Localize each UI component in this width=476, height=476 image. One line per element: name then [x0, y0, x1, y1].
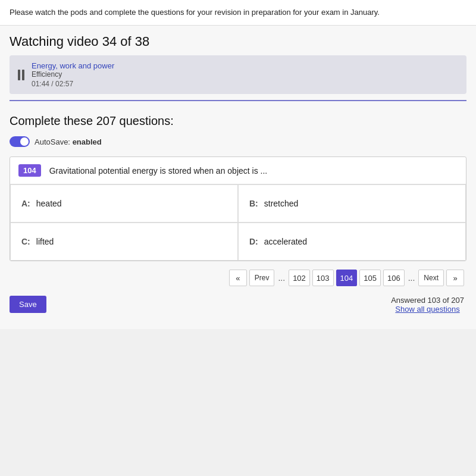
pagination-row: « Prev ... 102 103 104 105 106 ... Next … — [10, 270, 466, 286]
page-104-button[interactable]: 104 — [336, 270, 358, 286]
answer-c-text: lifted — [36, 237, 54, 246]
video-info: Energy, work and power Efficiency 01:44 … — [32, 61, 114, 88]
pause-bar-left — [18, 70, 20, 80]
page-105-button[interactable]: 105 — [359, 270, 381, 286]
question-header: 104 Gravitational potential energy is st… — [10, 157, 466, 184]
autosave-toggle[interactable] — [10, 136, 30, 147]
questions-section: Complete these 207 questions: AutoSave: … — [0, 105, 476, 329]
section-divider — [10, 100, 466, 101]
ellipsis-left: ... — [277, 273, 286, 283]
answered-count: Answered 103 of 207 — [391, 296, 464, 305]
instruction-text: Please watch the pods and complete the q… — [10, 8, 380, 17]
questions-title: Complete these 207 questions: — [10, 114, 466, 128]
video-time: 01:44 / 02:57 — [32, 80, 114, 88]
next-page-button[interactable]: Next — [418, 270, 444, 286]
answers-grid: A: heated B: stretched C: lifted D: acce… — [10, 184, 466, 261]
video-subtitle: Efficiency — [32, 70, 114, 79]
bottom-row: Save Answered 103 of 207 Show all questi… — [10, 291, 466, 323]
page-103-button[interactable]: 103 — [312, 270, 334, 286]
show-all-link[interactable]: Show all questions — [395, 305, 459, 314]
autosave-row: AutoSave: enabled — [10, 136, 466, 147]
first-page-button[interactable]: « — [229, 270, 247, 286]
answer-b-text: stretched — [264, 199, 299, 208]
page-wrapper: Please watch the pods and complete the q… — [0, 0, 476, 476]
prev-page-button[interactable]: Prev — [249, 270, 275, 286]
video-topic: Energy, work and power — [32, 61, 114, 70]
page-106-button[interactable]: 106 — [383, 270, 405, 286]
answer-a[interactable]: A: heated — [10, 184, 238, 223]
answer-a-letter: A: — [21, 199, 30, 208]
autosave-status: enabled — [73, 137, 102, 146]
last-page-button[interactable]: » — [446, 270, 464, 286]
watching-section: Watching video 34 of 38 Energy, work and… — [0, 26, 476, 105]
answer-c[interactable]: C: lifted — [10, 223, 238, 261]
answer-c-letter: C: — [21, 237, 30, 246]
question-text: Gravitational potential energy is stored… — [49, 166, 268, 176]
answer-a-text: heated — [36, 199, 62, 208]
ellipsis-right: ... — [407, 273, 416, 283]
watching-title: Watching video 34 of 38 — [10, 34, 466, 49]
answered-info: Answered 103 of 207 Show all questions — [391, 296, 464, 314]
answer-d-letter: D: — [249, 237, 258, 246]
answer-b[interactable]: B: stretched — [238, 184, 466, 223]
instruction-bar: Please watch the pods and complete the q… — [0, 0, 476, 26]
answer-d-text: accelerated — [264, 237, 307, 246]
answer-d[interactable]: D: accelerated — [238, 223, 466, 261]
save-button[interactable]: Save — [10, 296, 46, 313]
video-player-bar[interactable]: Energy, work and power Efficiency 01:44 … — [10, 55, 466, 94]
toggle-knob — [20, 137, 29, 146]
autosave-label: AutoSave: enabled — [35, 137, 102, 146]
question-card: 104 Gravitational potential energy is st… — [10, 156, 466, 261]
question-number-badge: 104 — [18, 164, 41, 177]
pause-bar-right — [22, 70, 24, 80]
pause-icon[interactable] — [18, 70, 24, 80]
answer-b-letter: B: — [249, 199, 258, 208]
page-102-button[interactable]: 102 — [289, 270, 310, 286]
